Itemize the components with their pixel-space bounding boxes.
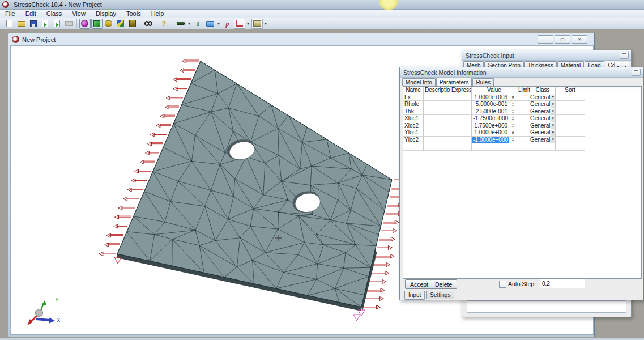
menu-tools[interactable]: Tools	[121, 10, 146, 18]
value-spinner[interactable]: ▲▼	[509, 115, 517, 122]
header-limit[interactable]: Limit	[517, 87, 530, 94]
param-limit[interactable]	[517, 137, 530, 144]
folder-view-icon[interactable]	[204, 19, 216, 29]
input-window-close-button[interactable]	[620, 52, 629, 59]
param-value[interactable]: -1.7500e+000	[472, 115, 509, 122]
value-spinner[interactable]: ▲▼	[509, 137, 517, 144]
elements-display-icon[interactable]	[91, 19, 103, 29]
class-dropdown[interactable]: ▼	[551, 129, 555, 136]
param-name[interactable]: Rhole	[403, 101, 424, 108]
param-description[interactable]	[424, 108, 450, 116]
value-spinner[interactable]: ▲▼	[509, 122, 517, 130]
select-mode-icon[interactable]	[175, 19, 186, 29]
menu-view[interactable]: View	[67, 10, 91, 18]
auto-step-input[interactable]	[540, 279, 585, 288]
param-limit[interactable]	[517, 129, 530, 137]
param-sort[interactable]	[556, 129, 585, 137]
input-window-title-bar[interactable]: StressCheck Input	[462, 50, 631, 61]
param-description[interactable]	[424, 101, 450, 108]
param-value[interactable]: -1.0000e+000	[472, 137, 509, 144]
class-dropdown[interactable]: ▼	[551, 108, 555, 115]
param-class[interactable]: General▼	[530, 137, 556, 144]
param-value[interactable]: 1.7500e+000	[472, 122, 509, 130]
dialog-tab-model-info[interactable]: Model Info	[402, 78, 436, 86]
value-spinner[interactable]: ▲▼	[509, 129, 517, 137]
project-minimize-button[interactable]: —	[538, 35, 553, 44]
header-name[interactable]: Name	[403, 87, 424, 94]
menu-display[interactable]: Display	[91, 10, 121, 18]
param-description[interactable]	[424, 129, 450, 137]
ibeam-icon[interactable]: I	[193, 19, 204, 29]
folder-view-icon-dropdown[interactable]: ▼	[216, 19, 221, 28]
param-description[interactable]	[424, 94, 450, 101]
param-sort[interactable]	[556, 115, 585, 122]
param-expression[interactable]	[450, 122, 472, 130]
export-icon[interactable]	[52, 19, 63, 29]
menu-help[interactable]: Help	[146, 10, 169, 18]
param-class[interactable]: General▼	[530, 129, 556, 137]
param-expression[interactable]	[450, 94, 472, 101]
plot-axes-icon-dropdown[interactable]: ▼	[245, 19, 251, 28]
model-dialog-close-button[interactable]	[632, 69, 641, 76]
param-sort[interactable]	[556, 122, 585, 130]
param-description[interactable]	[424, 115, 450, 122]
param-value[interactable]: 2.5000e-001	[472, 108, 509, 116]
snapshot-icon[interactable]	[251, 19, 263, 29]
param-limit[interactable]	[517, 115, 530, 122]
project-restore-button[interactable]: ▢	[555, 35, 570, 44]
param-class[interactable]: General▼	[530, 94, 556, 101]
class-dropdown[interactable]: ▼	[551, 115, 555, 122]
param-value[interactable]: 5.0000e-001	[472, 101, 509, 108]
class-dropdown[interactable]: ▼	[551, 94, 555, 101]
value-spinner[interactable]: ▲▼	[509, 108, 517, 116]
menu-class[interactable]: Class	[41, 10, 67, 18]
param-sort[interactable]	[556, 137, 585, 144]
param-name[interactable]: Yloc2	[403, 137, 424, 144]
class-dropdown[interactable]: ▼	[551, 122, 555, 129]
header-value[interactable]: Value	[472, 87, 517, 94]
info-icon[interactable]	[143, 19, 154, 29]
param-name[interactable]: Xloc2	[403, 122, 424, 130]
snapshot-icon-dropdown[interactable]: ▼	[263, 19, 268, 28]
param-value[interactable]: 1.0000e+000	[472, 129, 509, 137]
param-value[interactable]: 1.0000e+003	[472, 94, 509, 101]
param-sort[interactable]	[556, 108, 585, 116]
auto-step-checkbox[interactable]	[499, 280, 506, 288]
help-icon[interactable]: ?	[159, 19, 170, 29]
class-dropdown[interactable]: ▼	[551, 137, 555, 143]
header-class[interactable]: Class	[530, 87, 556, 94]
param-sort[interactable]	[556, 94, 585, 101]
param-sort[interactable]	[556, 101, 585, 108]
param-expression[interactable]	[450, 101, 472, 108]
bottom-tab-settings[interactable]: Settings	[426, 291, 454, 299]
param-limit[interactable]	[517, 101, 530, 108]
value-spinner[interactable]: ▲▼	[509, 94, 517, 101]
param-name[interactable]: Xloc1	[403, 115, 424, 122]
param-expression[interactable]	[450, 108, 472, 116]
select-mode-icon-dropdown[interactable]: ▼	[186, 19, 192, 28]
print-icon[interactable]	[63, 19, 75, 29]
new-project-icon[interactable]	[4, 19, 15, 29]
menu-edit[interactable]: Edit	[20, 10, 41, 18]
points-display-icon[interactable]	[79, 19, 91, 29]
save-project-icon[interactable]	[28, 19, 39, 29]
class-dropdown[interactable]: ▼	[551, 101, 555, 108]
project-close-button[interactable]: ✕	[572, 35, 587, 44]
value-spinner[interactable]: ▲▼	[509, 101, 517, 108]
model-dialog-title-bar[interactable]: StressCheck Model Information	[400, 67, 643, 78]
dialog-tab-rules[interactable]: Rules	[472, 78, 494, 86]
param-description[interactable]	[424, 137, 450, 144]
param-expression[interactable]	[450, 129, 472, 137]
delete-button[interactable]: Delete	[430, 279, 457, 289]
param-name[interactable]: Fx	[403, 94, 424, 101]
material-display-icon[interactable]	[127, 19, 138, 29]
param-description[interactable]	[424, 122, 450, 130]
param-name[interactable]: Yloc1	[403, 129, 424, 137]
import-icon[interactable]	[40, 19, 51, 29]
header-expression[interactable]: Expression	[450, 87, 472, 94]
param-expression[interactable]	[450, 115, 472, 122]
param-limit[interactable]	[517, 94, 530, 101]
param-class[interactable]: General▼	[530, 108, 556, 116]
parameter-marker-icon[interactable]: p	[222, 19, 233, 29]
param-class[interactable]: General▼	[530, 115, 556, 122]
